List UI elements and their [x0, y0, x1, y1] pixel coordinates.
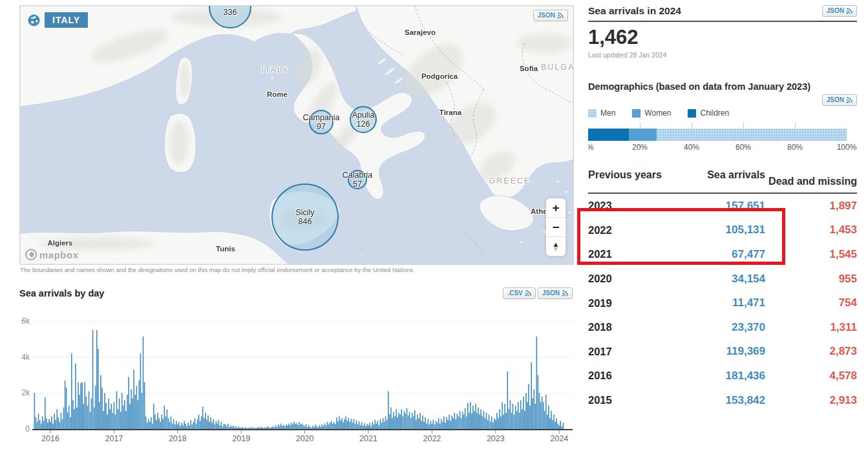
svg-text:2023: 2023: [487, 434, 505, 443]
demographics-axis-labels: 0%20%40%60%80%100%: [588, 143, 858, 153]
children-swatch: [688, 109, 696, 118]
dead-missing-cell: 1,311: [765, 321, 857, 334]
axis-label: 20%: [632, 143, 648, 152]
table-row-2016: 2016181,4364,578: [588, 364, 857, 388]
feed-icon: [557, 12, 564, 19]
map-json-label: JSON: [538, 12, 555, 19]
dead-missing-cell: 4,578: [765, 370, 857, 382]
arrivals-cell[interactable]: 181,436: [672, 370, 765, 382]
map-disclaimer: The boundaries and names shown and the d…: [20, 266, 413, 273]
map-header: ITALY: [28, 12, 88, 28]
legend-item-men: Men: [588, 109, 615, 118]
arrivals-cell[interactable]: 105,131: [672, 224, 765, 236]
daily-json-button[interactable]: JSON: [538, 287, 573, 299]
arrivals-cell[interactable]: 153,842: [672, 394, 765, 407]
demographics-bar[interactable]: [588, 129, 847, 141]
map-bubble-label: Apulia126: [352, 110, 375, 129]
map-label-podgorica: Podgorica: [421, 72, 458, 80]
segment-children: [588, 129, 629, 141]
year-cell: 2016: [588, 370, 672, 382]
arrivals-cell[interactable]: 119,369: [672, 345, 765, 358]
year-cell: 2022: [588, 224, 672, 236]
arrivals-cell[interactable]: 23,370: [672, 321, 765, 334]
daily-arrivals-chart[interactable]: 02k4k6k201620172018201920202021202220232…: [19, 313, 573, 449]
demographics-legend: MenWomenChildren: [588, 109, 729, 118]
csv-button[interactable]: .CSV: [503, 287, 535, 299]
table-row-2020: 202034,154955: [588, 267, 857, 291]
svg-text:6k: 6k: [21, 317, 30, 326]
map-label-bulgaria: BULGARIA: [541, 63, 574, 72]
dead-missing-cell: 754: [765, 297, 857, 309]
map-label-italy: ITALY: [262, 65, 290, 74]
axis-tick: [743, 123, 744, 129]
year-cell: 2020: [588, 273, 672, 285]
svg-text:4k: 4k: [21, 353, 30, 362]
segment-men: [657, 129, 847, 141]
demographics-json-button[interactable]: JSON: [822, 94, 857, 106]
svg-text:2020: 2020: [296, 434, 314, 443]
axis-label: 60%: [736, 143, 751, 152]
mapbox-wordmark: mapbox: [39, 249, 79, 260]
zoom-in-button[interactable]: +: [546, 198, 566, 218]
axis-tick: [640, 123, 640, 129]
daily-json-label: JSON: [542, 289, 560, 297]
legend-label: Men: [600, 109, 615, 118]
stats-title: Sea arrivals in 2024: [588, 5, 681, 17]
arrivals-cell[interactable]: 157,651: [672, 200, 765, 213]
segment-women: [629, 129, 657, 141]
legend-label: Women: [644, 109, 671, 118]
unhcr-italy-data-page: SarajevoSofiaBULGARIAPodgoricaTiranaITAL…: [0, 0, 868, 449]
table-row-2023: 2023157,6511,897: [588, 194, 857, 218]
dead-missing-cell: 2,913: [765, 394, 857, 407]
dead-missing-cell: 1,545: [765, 248, 857, 261]
legend-item-children: Children: [688, 109, 729, 118]
map-label-sarajevo: Sarajevo: [405, 28, 436, 36]
csv-label: .CSV: [507, 289, 522, 297]
map-bubble-label: 336: [224, 8, 237, 17]
compass-icon: ▲ ▼: [553, 242, 560, 251]
previous-years-table: Previous years Sea arrivals Dead and mis…: [588, 169, 857, 412]
arrivals-cell[interactable]: 34,154: [672, 273, 765, 286]
stats-json-button[interactable]: JSON: [822, 5, 857, 17]
italy-arrivals-map[interactable]: SarajevoSofiaBULGARIAPodgoricaTiranaITAL…: [19, 5, 574, 265]
feed-icon: [562, 290, 568, 297]
dead-missing-cell: 2,873: [765, 345, 857, 358]
dead-missing-cell: 955: [765, 273, 857, 286]
demographics-json-label: JSON: [827, 96, 844, 104]
year-cell: 2019: [588, 297, 672, 309]
svg-text:2016: 2016: [41, 434, 59, 443]
stats-json-label: JSON: [827, 7, 844, 15]
dead-missing-cell: 1,897: [765, 200, 857, 213]
table-row-2019: 201911,471754: [588, 291, 857, 315]
dead-missing-cell: 1,453: [765, 224, 857, 236]
svg-text:0: 0: [25, 424, 30, 433]
country-badge: ITALY: [45, 12, 88, 28]
year-cell: 2015: [588, 394, 672, 406]
arrivals-cell[interactable]: 11,471: [672, 297, 765, 309]
svg-text:2018: 2018: [169, 434, 187, 443]
demographics-axis-ticks: [588, 123, 847, 129]
table-row-2022: 2022105,1311,453: [588, 218, 857, 243]
svg-text:2017: 2017: [105, 434, 123, 443]
legend-item-women: Women: [632, 109, 671, 118]
mapbox-attribution[interactable]: mapbox: [25, 249, 79, 260]
table-row-2021: 202167,4771,545: [588, 242, 857, 267]
compass-button[interactable]: ▲ ▼: [546, 237, 566, 256]
men-swatch: [588, 109, 597, 118]
gridlines: 02k4k6k: [21, 317, 573, 433]
zoom-out-button[interactable]: −: [546, 218, 566, 237]
map-zoom-controls: + − ▲ ▼: [545, 198, 566, 256]
svg-text:2019: 2019: [232, 434, 250, 443]
arrivals-cell[interactable]: 67,477: [672, 248, 765, 261]
feed-icon: [846, 8, 852, 14]
divider: [588, 21, 857, 22]
axis-tick: [692, 123, 692, 129]
axis-label: 0%: [588, 143, 594, 152]
feed-icon: [525, 290, 531, 297]
year-cell: 2021: [588, 248, 672, 260]
axis-label: 40%: [684, 143, 699, 152]
demographics-title: Demographics (based on data from January…: [588, 81, 810, 92]
daily-bars: [34, 330, 564, 429]
map-json-button[interactable]: JSON: [533, 10, 568, 21]
map-bubble-label: Sicily846: [295, 208, 314, 227]
